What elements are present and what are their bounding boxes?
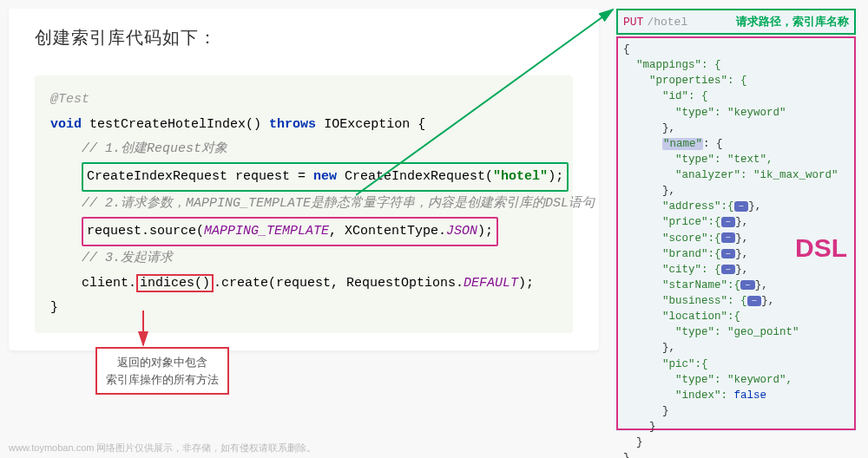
fold-icon[interactable]: ⋯: [740, 280, 755, 291]
main-container: 创建索引库代码如下： @Test void testCreateHotelInd…: [0, 0, 868, 458]
http-method: PUT: [623, 16, 643, 29]
fold-icon[interactable]: ⋯: [721, 217, 736, 227]
code-block: @Test void testCreateHotelIndex() throws…: [35, 75, 573, 333]
request-path: /hotel: [647, 16, 687, 29]
comment-2: // 2.请求参数，MAPPING_TEMPLATE是静态常量字符串，内容是创建…: [82, 196, 595, 211]
client-create-line: client.indices().create(request, Request…: [50, 272, 557, 297]
callout-red: 返回的对象中包含 索引库操作的所有方法: [95, 347, 229, 395]
fold-icon[interactable]: ⋯: [721, 249, 736, 259]
json-body: { "mappings": { "properties": { "id": { …: [616, 36, 856, 430]
callout-line-2: 索引库操作的所有方法: [106, 371, 219, 389]
fold-icon[interactable]: ⋯: [734, 201, 749, 212]
create-request-line: CreateIndexRequest request = new CreateI…: [50, 162, 557, 193]
request-caption: 请求路径，索引库名称: [736, 14, 849, 29]
signature-line: void testCreateHotelIndex() throws IOExc…: [50, 113, 557, 138]
request-header: PUT /hotel 请求路径，索引库名称: [616, 9, 856, 35]
annotation: @Test: [50, 92, 89, 107]
fold-icon[interactable]: ⋯: [721, 232, 736, 243]
fold-icon[interactable]: ⋯: [721, 265, 736, 275]
name-highlight: "name": [662, 138, 703, 150]
right-panel: PUT /hotel 请求路径，索引库名称 { "mappings": { "p…: [615, 7, 858, 432]
watermark: www.toymoban.com 网络图片仅供展示，非存储，如有侵权请联系删除。: [9, 442, 316, 455]
heading: 创建索引库代码如下：: [35, 26, 599, 49]
indices-highlight: indices(): [136, 274, 214, 292]
comment-1: // 1.创建Request对象: [82, 141, 227, 156]
comment-3: // 3.发起请求: [82, 251, 173, 265]
dsl-label: DSL: [795, 229, 847, 267]
fold-icon[interactable]: ⋯: [747, 296, 762, 306]
request-source-line: request.source(MAPPING_TEMPLATE, XConten…: [50, 217, 557, 247]
callout-line-1: 返回的对象中包含: [106, 354, 219, 371]
left-panel: 创建索引库代码如下： @Test void testCreateHotelInd…: [9, 9, 599, 350]
